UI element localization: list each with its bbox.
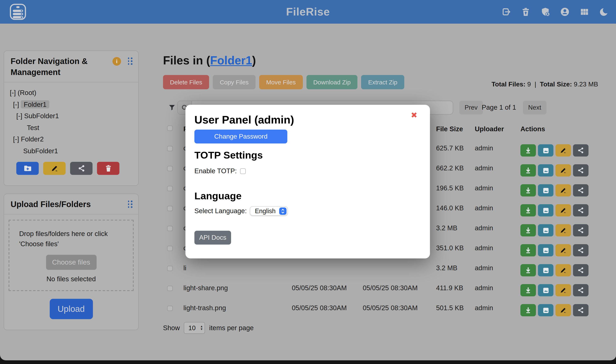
share-icon (577, 207, 584, 214)
filter-icon[interactable] (168, 104, 176, 112)
preview-button[interactable] (538, 224, 553, 236)
file-name[interactable]: light-share.png (183, 284, 228, 292)
share-button[interactable] (573, 184, 589, 196)
download-zip-button[interactable]: Download Zip (306, 75, 358, 89)
download-button[interactable] (520, 184, 536, 196)
show-label: Show (163, 324, 180, 332)
column-file-size[interactable]: File Size (436, 125, 463, 133)
share-button[interactable] (573, 264, 589, 276)
image-icon (542, 167, 550, 174)
file-name[interactable]: light-trash.png (183, 304, 226, 312)
trash-restore-icon[interactable] (521, 7, 530, 17)
preview-button[interactable] (538, 144, 553, 156)
edit-pencil-icon (560, 267, 567, 274)
share-button[interactable] (573, 284, 589, 296)
edit-pencil-icon (560, 167, 567, 174)
preview-button[interactable] (538, 264, 553, 276)
choose-files-button[interactable]: Choose files (46, 255, 96, 270)
edit-button[interactable] (555, 184, 571, 196)
file-name[interactable]: li (183, 264, 186, 272)
current-folder-link[interactable]: Folder1 (210, 54, 252, 67)
share-folder-button[interactable] (70, 162, 92, 175)
extract-zip-button[interactable]: Extract Zip (361, 75, 404, 89)
drag-handle-icon[interactable] (128, 57, 132, 65)
download-button[interactable] (520, 264, 536, 276)
edit-button[interactable] (555, 244, 571, 256)
download-button[interactable] (520, 144, 536, 156)
uploader: admin (475, 264, 493, 272)
apps-grid-icon[interactable] (579, 7, 589, 17)
rename-folder-button[interactable] (43, 162, 66, 175)
edit-button[interactable] (555, 304, 571, 316)
row-checkbox[interactable] (167, 166, 173, 171)
info-icon[interactable]: i (113, 57, 121, 66)
edit-button[interactable] (555, 224, 571, 236)
next-page-button[interactable]: Next (523, 101, 547, 115)
download-button[interactable] (520, 224, 536, 236)
delete-folder-button[interactable] (97, 162, 119, 175)
change-password-button[interactable]: Change Password (194, 130, 287, 143)
download-button[interactable] (520, 284, 536, 296)
row-checkbox[interactable] (167, 286, 173, 291)
move-files-button[interactable]: Move Files (259, 75, 303, 89)
preview-button[interactable] (538, 204, 553, 216)
upload-button[interactable]: Upload (50, 299, 93, 319)
row-checkbox[interactable] (167, 206, 173, 211)
edit-button[interactable] (555, 144, 571, 156)
share-button[interactable] (573, 164, 589, 177)
preview-button[interactable] (538, 184, 553, 196)
row-checkbox[interactable] (167, 226, 173, 231)
download-button[interactable] (520, 204, 536, 216)
preview-button[interactable] (538, 244, 553, 256)
preview-button[interactable] (538, 304, 553, 316)
preview-button[interactable] (538, 284, 553, 296)
tree-item-folder1[interactable]: [-] Folder1 (4, 98, 138, 110)
language-select[interactable]: English (250, 206, 288, 216)
row-checkbox[interactable] (167, 246, 173, 251)
close-icon[interactable]: ✖ (408, 110, 420, 120)
download-button[interactable] (520, 244, 536, 256)
download-button[interactable] (520, 304, 536, 316)
select-language-row: Select Language: English (194, 206, 288, 216)
share-button[interactable] (573, 304, 589, 316)
edit-button[interactable] (555, 284, 571, 296)
per-page-stepper[interactable]: 10 ▲▼ (184, 322, 205, 334)
row-checkbox[interactable] (167, 306, 173, 311)
share-button[interactable] (573, 244, 589, 256)
api-docs-button[interactable]: API Docs (194, 231, 231, 245)
edit-button[interactable] (555, 204, 571, 216)
row-actions (520, 144, 589, 156)
tree-item-subfolder1[interactable]: [-] SubFolder1 (4, 110, 138, 122)
row-actions (520, 284, 589, 296)
tree-item-root[interactable]: [-] (Root) (4, 87, 138, 98)
share-button[interactable] (573, 144, 589, 156)
page-indicator: Page 1 of 1 (482, 104, 516, 111)
account-icon[interactable] (560, 7, 570, 17)
create-folder-button[interactable] (16, 162, 39, 175)
column-uploader[interactable]: Uploader (475, 125, 504, 133)
enable-totp-checkbox[interactable] (240, 168, 246, 174)
row-checkbox[interactable] (167, 266, 173, 271)
row-checkbox[interactable] (167, 146, 173, 151)
edit-pencil-icon (560, 247, 567, 254)
edit-button[interactable] (555, 164, 571, 177)
upload-dropzone[interactable]: Drop files/folders here or click 'Choose… (9, 220, 134, 291)
folder-panel-header: Folder Navigation & Management i (4, 51, 138, 82)
drag-handle-icon[interactable] (128, 201, 132, 208)
tree-item-folder2[interactable]: [-] Folder2 (4, 133, 138, 145)
delete-files-button[interactable]: Delete Files (163, 75, 209, 89)
dark-mode-icon[interactable] (599, 7, 609, 17)
copy-files-button[interactable]: Copy Files (213, 75, 256, 89)
tree-item-subfolder1[interactable]: SubFolder1 (4, 145, 138, 156)
open-in-icon[interactable] (501, 7, 511, 17)
download-button[interactable] (520, 164, 536, 177)
row-checkbox[interactable] (167, 186, 173, 191)
select-all-checkbox[interactable] (167, 126, 173, 131)
edit-button[interactable] (555, 264, 571, 276)
share-button[interactable] (573, 224, 589, 236)
prev-page-button[interactable]: Prev (459, 101, 483, 115)
tree-item-test[interactable]: Test (4, 122, 138, 133)
share-button[interactable] (573, 204, 589, 216)
admin-shield-icon[interactable] (540, 7, 550, 17)
preview-button[interactable] (538, 164, 553, 177)
